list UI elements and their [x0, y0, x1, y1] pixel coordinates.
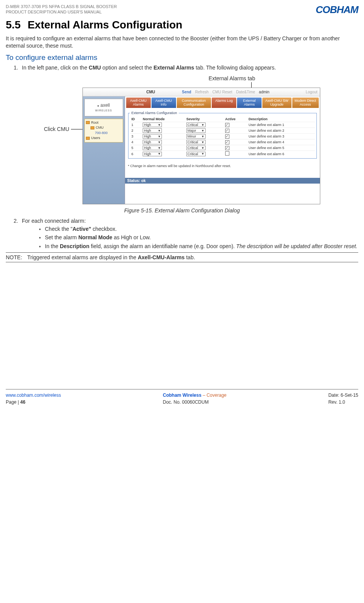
- note-b: Axell-CMU-Alarms: [138, 254, 184, 260]
- callout-left-text: Click CMU: [44, 126, 69, 132]
- footer-left: www.cobham.com/wireless Page | 46: [6, 392, 61, 406]
- step1-ext: External Alarms: [153, 65, 194, 71]
- normal-select[interactable]: High▼: [143, 128, 162, 133]
- callout-top-line: [251, 82, 252, 88]
- tree-root-label: Root: [91, 120, 99, 126]
- ss-send-link[interactable]: Send: [182, 90, 191, 94]
- normal-select[interactable]: High▼: [143, 146, 162, 150]
- footer-doc: Doc. No. 00060CDUM: [163, 399, 209, 405]
- note-c: tab.: [184, 254, 195, 260]
- procedure-list-2: For each connected alarm: Check the "Act…: [6, 217, 358, 250]
- cell-id: 5: [130, 145, 142, 151]
- b3a: In the: [45, 243, 60, 249]
- ss-logout-link[interactable]: Logout: [306, 90, 318, 94]
- cell-desc: User define ext alarm 6: [247, 151, 315, 157]
- b3c: field, assign the alarm an identifiable …: [89, 243, 236, 249]
- tab-modem-direct[interactable]: Modem Direct Access: [292, 98, 319, 108]
- ss-tabs: Axell-CMU Alarms Axell-CMU Info Communic…: [125, 96, 320, 108]
- procedure-list: In the left pane, click on the CMU optio…: [6, 64, 358, 71]
- ss-note: * Change in alarm names will be updated …: [128, 164, 317, 168]
- ss-content: Axell-CMU Alarms Axell-CMU Info Communic…: [125, 96, 320, 204]
- tab-comm-config[interactable]: Communication Configuration: [177, 98, 211, 108]
- step1-text-e: tab. The following dialog appears.: [194, 65, 276, 71]
- ss-cmu-label: CMU: [147, 90, 155, 94]
- footer-page: Page | 46: [6, 399, 25, 405]
- th-active: Active: [224, 116, 247, 122]
- severity-select[interactable]: Minor▼: [186, 134, 206, 139]
- active-checkbox[interactable]: ✓: [225, 146, 229, 150]
- ss-refresh-link[interactable]: Refresh: [195, 90, 209, 94]
- ss-sidebar: ● axell WIRELESS Root CMU 700-800 Users: [83, 96, 125, 204]
- footer-date: Date: 6-Set-15: [328, 393, 358, 398]
- cobham-logo: COBHAM: [316, 4, 358, 16]
- normal-select[interactable]: High▼: [143, 134, 162, 139]
- severity-select[interactable]: Critical▼: [186, 146, 206, 150]
- tab-alarms-log[interactable]: Alarms Log: [212, 98, 236, 108]
- step1-text-c: option and select the: [101, 65, 153, 71]
- step-1: In the left pane, click on the CMU optio…: [20, 64, 358, 71]
- tab-axell-cmu-alarms[interactable]: Axell-CMU Alarms: [126, 98, 151, 108]
- tree-band-label: 700-800: [95, 131, 108, 136]
- tree-root[interactable]: Root: [86, 120, 122, 126]
- normal-select[interactable]: High▼: [143, 140, 162, 144]
- active-checkbox[interactable]: ✓: [225, 134, 229, 139]
- step1-cmu: CMU: [89, 65, 101, 71]
- b2b: Normal Mode: [78, 234, 112, 240]
- normal-select[interactable]: High▼: [143, 152, 162, 156]
- table-row: 2High▼Major▼✓User define ext alarm 2: [130, 128, 315, 134]
- note-a: Triggered external alarms are displayed …: [27, 254, 138, 260]
- ss-datetime-link[interactable]: Date&Time: [236, 90, 255, 94]
- th-normal: Normal Mode: [141, 116, 185, 122]
- tree-band[interactable]: 700-800: [86, 131, 122, 136]
- active-checkbox[interactable]: ✓: [225, 123, 229, 127]
- bullet-list: Check the "Active" checkbox. Set the ala…: [22, 225, 358, 250]
- b1c: checkbox.: [91, 226, 117, 232]
- tab-sw-upgrade[interactable]: Axell-CMU SW Upgrade: [262, 98, 291, 108]
- normal-select[interactable]: High▼: [143, 123, 162, 127]
- note-label: NOTE:: [6, 254, 27, 260]
- folder-icon: [86, 121, 90, 124]
- severity-select[interactable]: Critical▼: [186, 140, 206, 144]
- ss-main: ● axell WIRELESS Root CMU 700-800 Users …: [83, 96, 320, 204]
- cell-normal: High▼: [141, 145, 185, 151]
- severity-select[interactable]: Critical▼: [186, 152, 206, 156]
- severity-select[interactable]: Major▼: [186, 128, 206, 133]
- b3b: Description: [60, 243, 89, 249]
- cell-active: ✓: [224, 128, 247, 134]
- cell-severity: Major▼: [185, 128, 224, 134]
- tree-users-label: Users: [91, 136, 100, 141]
- cell-active: ✓: [224, 145, 247, 151]
- table-row: 6High▼Critical▼User define ext alarm 6: [130, 151, 315, 157]
- footer-coverage: – Coverage: [201, 393, 226, 398]
- header-left: D-MBR 3707-3708 PS NFPA CLASS B SIGNAL B…: [6, 4, 117, 15]
- tree-cmu[interactable]: CMU: [86, 125, 122, 131]
- step1-text-a: In the left pane, click on the: [22, 65, 89, 71]
- section-title-text: External Alarms Configuration: [28, 19, 182, 31]
- cell-normal: High▼: [141, 151, 185, 157]
- header-line2: PRODUCT DESCRIPTION AND USER'S MANUAL: [6, 9, 117, 15]
- active-checkbox[interactable]: ✓: [225, 140, 229, 144]
- footer-rev: Rev. 1.0: [328, 399, 345, 405]
- step2-text: For each connected alarm:: [22, 218, 86, 224]
- bullet-3: In the Description field, assign the ala…: [45, 243, 358, 250]
- cell-desc: User define ext alarm 5: [247, 145, 315, 151]
- tree-users[interactable]: Users: [86, 136, 122, 141]
- ss-logo-sub: WIRELESS: [95, 109, 112, 112]
- fieldset-legend: External Alarms Configuration: [130, 111, 179, 115]
- active-checkbox[interactable]: ✓: [225, 129, 229, 133]
- tab-axell-cmu-info[interactable]: Axell-CMU Info: [152, 98, 176, 108]
- footer-url[interactable]: www.cobham.com/wireless: [6, 393, 61, 398]
- active-checkbox[interactable]: [225, 151, 229, 156]
- cell-desc: User define ext alarm 4: [247, 139, 315, 145]
- header-line1: D-MBR 3707-3708 PS NFPA CLASS B SIGNAL B…: [6, 4, 117, 9]
- tab-external-alarms[interactable]: External Alarms: [237, 98, 262, 108]
- table-row: 1High▼Critical▼✓User define ext alarm 1: [130, 122, 315, 128]
- intro-paragraph: It is required to configure an external …: [6, 35, 358, 50]
- ss-cmureset-link[interactable]: CMU Reset: [212, 90, 232, 94]
- severity-select[interactable]: Critical▼: [186, 123, 206, 127]
- b1a: Check the ": [45, 226, 72, 232]
- cell-id: 6: [130, 151, 142, 157]
- cell-active: [224, 151, 247, 157]
- alarm-table: ID Normal Mode Severity Active Descripti…: [130, 116, 315, 157]
- cell-severity: Minor▼: [185, 134, 224, 139]
